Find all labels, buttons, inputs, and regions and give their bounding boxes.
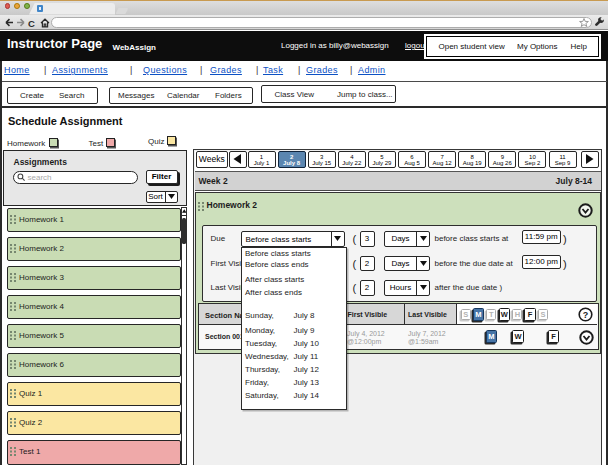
svg-text:?: ? [582, 309, 588, 319]
